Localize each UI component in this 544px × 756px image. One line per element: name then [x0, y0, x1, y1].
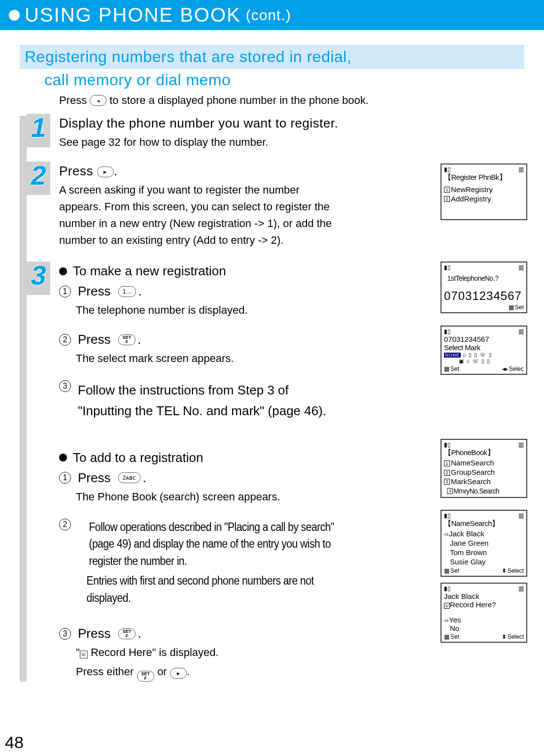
- a1-post: .: [138, 284, 141, 299]
- screen3-foot-r-label: Selec: [509, 365, 524, 372]
- b1-post: .: [142, 470, 146, 486]
- heading-line1: Registering numbers that are stored in r…: [20, 45, 524, 69]
- b3-pre: Press: [78, 626, 110, 641]
- battery-icon: ▥: [518, 328, 524, 335]
- s4-i2: GroupSearch: [451, 468, 495, 477]
- screen1-title: 【Register PhnBk】: [444, 173, 524, 182]
- bullet-dot-icon-2: [59, 454, 67, 461]
- set-key-bot-3: F: [144, 676, 147, 681]
- phone-screen-recordhere: ▮▯▥ Jack Black ☏Record Here? ⇨Yes No ▦Se…: [441, 583, 527, 643]
- battery-icon: ▥: [518, 512, 524, 519]
- step-3: 3 To make a new registration 1 Press 1….…: [0, 263, 544, 682]
- step-2-number: 2: [27, 162, 50, 195]
- page-section: Registering numbers that are stored in r…: [0, 30, 544, 107]
- step-1: 1 Display the phone number you want to r…: [0, 116, 544, 151]
- step-3-number: 3: [27, 262, 50, 295]
- s5-sel: ⇨Jack Black: [444, 529, 524, 539]
- battery-icon: ▥: [518, 585, 524, 592]
- screen4-title: 【PhoneBook】: [444, 448, 524, 458]
- pointer-icon-2: ⇨: [444, 617, 449, 624]
- intro-line: Press ◂ to store a displayed phone numbe…: [20, 89, 524, 107]
- a1-sub: The telephone number is displayed.: [76, 302, 342, 318]
- s6-foot-r: Select: [508, 633, 524, 640]
- heading-line2: call memory or dial memo: [20, 71, 524, 89]
- screen1-body: 1NewRegistry 2AddRegistry: [444, 185, 524, 204]
- s6-q-row: ☏Record Here?: [444, 600, 524, 609]
- phone-screen-selectmark: ▮▯▥ 07031234567 Select Mark NONE ⌂ ▯ ▯ ☏…: [441, 326, 527, 375]
- b3-sub-mid: Record Here" is displayed.: [88, 646, 219, 658]
- phone-screen-register: ▮▯▥ 【Register PhnBk】 1NewRegistry 2AddRe…: [441, 164, 527, 220]
- set-key-bot-2: F: [126, 633, 129, 638]
- screen5-title: 【NameSearch】: [444, 519, 524, 528]
- screen1-item1-num: 1: [444, 187, 450, 193]
- s6-no: No: [444, 624, 524, 632]
- screen1-item2-label: AddRegistry: [451, 195, 491, 204]
- bullet-dot-icon: [59, 267, 67, 275]
- screen3-icons2: ▣ ⌂ ☏ ▯ ▯: [444, 358, 524, 364]
- signal-icon: ▮▯: [444, 512, 451, 519]
- s4-n2: 2: [444, 470, 450, 476]
- banner-cont: (cont.): [246, 7, 291, 24]
- a3-text: Follow the instructions from Step 3 of "…: [78, 380, 344, 421]
- battery-icon: ▥: [518, 441, 524, 448]
- b3-sub2-post: .: [187, 665, 190, 678]
- screen2-title: 1stTelephoneNo.?: [447, 274, 520, 282]
- banner-title: USING PHONE BOOK: [25, 4, 241, 26]
- s5-i4: Susie Glay: [444, 558, 524, 567]
- signal-icon: ▮▯: [444, 166, 451, 173]
- screen2-foot: ▦Set: [509, 304, 524, 311]
- right-arrow-key-icon-2: ▸: [170, 668, 187, 679]
- step-2-sub: A screen asking if you want to register …: [59, 182, 340, 249]
- battery-icon: ▥: [518, 264, 524, 271]
- s4-i3: MarkSearch: [451, 477, 491, 487]
- a2-sub: The select mark screen appears.: [76, 350, 342, 366]
- signal-icon: ▮▯: [444, 264, 451, 271]
- b3-sub-pre: ": [76, 646, 80, 658]
- intro-post: to store a displayed phone number in the…: [109, 94, 369, 107]
- b1-sub: The Phone Book (search) screen appears.: [76, 489, 342, 505]
- memo-key-icon: ◂: [90, 95, 106, 106]
- s4-n1: 1: [444, 460, 450, 466]
- make-new-registration-title: To make a new registration: [73, 263, 226, 279]
- b3-sub: "☏ Record Here" is displayed.: [76, 644, 342, 660]
- phone-screen-namesearch: ▮▯▥ 【NameSearch】 ⇨Jack Black Jane Green …: [441, 510, 527, 577]
- s4-n3: 3: [444, 479, 450, 485]
- set-key-icon-2: SETF: [118, 628, 136, 639]
- step-1-title: Display the phone number you want to reg…: [59, 116, 544, 131]
- screen2-foot-label: Set: [515, 304, 524, 311]
- circ-3a: 3: [59, 380, 71, 392]
- circ-2b: 2: [59, 519, 71, 530]
- two-key-icon: 2ᴀʙᴄ: [118, 472, 141, 483]
- step-2: 2 Press ▸. A screen asking if you want t…: [0, 164, 544, 249]
- b3-sub2-mid: or: [154, 665, 170, 678]
- step3-a3: 3 Follow the instructions from Step 3 of…: [59, 380, 544, 421]
- set-key-icon: SETF: [118, 334, 136, 345]
- screen1-item1-label: NewRegistry: [451, 185, 493, 195]
- screen3-title: Select Mark: [444, 343, 524, 352]
- s6-yes-row: ⇨Yes: [444, 616, 524, 624]
- s5-foot-l: Set: [450, 567, 459, 574]
- b2-sub: Entries with first and second phone numb…: [87, 572, 332, 606]
- circ-1b: 1: [59, 472, 71, 484]
- screen3-foot-r: ◂▸Selec: [502, 365, 524, 372]
- step-1-number: 1: [27, 114, 50, 147]
- a1-pre: Press: [78, 284, 110, 299]
- screen2-number: 07031234567: [444, 289, 524, 303]
- s6-q: Record Here?: [450, 600, 496, 609]
- a2-post: .: [137, 332, 141, 347]
- screen3-foot-l: ▦Set: [444, 365, 459, 372]
- step-1-sub: See page 32 for how to display the numbe…: [59, 134, 335, 151]
- step-2-title-pre: Press: [59, 164, 93, 178]
- b3-sub2: Press either SETF or ▸.: [76, 663, 342, 682]
- banner-dot-icon: [9, 10, 20, 21]
- s5-i2: Jane Green: [444, 539, 524, 548]
- section-banner: USING PHONE BOOK (cont.): [0, 0, 544, 30]
- battery-icon: ▥: [518, 166, 524, 173]
- phone-screen-telno: ▮▯▥ 1stTelephoneNo.? 07031234567 ▦Set: [441, 262, 527, 313]
- signal-icon: ▮▯: [444, 441, 451, 448]
- intro-pre: Press: [59, 94, 87, 107]
- pointer-icon: ⇨: [444, 531, 449, 538]
- screen3-number: 07031234567: [444, 335, 524, 343]
- s6-yes: Yes: [449, 616, 461, 624]
- page-number: 48: [5, 733, 24, 752]
